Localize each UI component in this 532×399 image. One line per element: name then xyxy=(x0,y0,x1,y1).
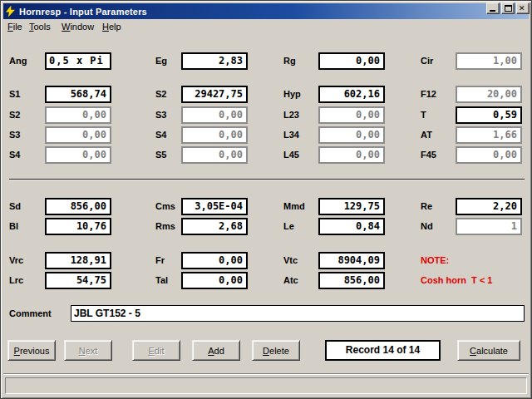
record-indicator: Record 14 of 14 xyxy=(325,340,441,361)
field-l23: 0,00 xyxy=(318,106,385,124)
menu-file[interactable]: File xyxy=(7,22,22,32)
field-s4: 0,00 xyxy=(181,126,248,144)
label-vrc: Vrc xyxy=(9,252,23,269)
field-ang[interactable]: 0,5 x Pi xyxy=(45,52,111,70)
label-ang: Ang xyxy=(9,52,27,70)
window-controls: ✕ xyxy=(486,2,530,14)
note-heading: NOTE: xyxy=(421,252,449,269)
label-bl: Bl xyxy=(9,218,18,235)
window-title: Hornresp - Input Parameters xyxy=(19,7,147,17)
field-fr[interactable]: 0,00 xyxy=(181,252,248,269)
field-eg[interactable]: 2,83 xyxy=(181,52,248,70)
label-t: T xyxy=(421,106,426,124)
comment-label: Comment xyxy=(9,305,52,322)
label-l45: L45 xyxy=(283,146,299,164)
label-s1: S1 xyxy=(9,86,20,103)
field-lrc[interactable]: 54,75 xyxy=(45,272,111,289)
menu-window[interactable]: Window xyxy=(62,22,94,32)
label-fr: Fr xyxy=(155,252,165,269)
lightning-icon xyxy=(6,6,15,17)
add-button[interactable]: Add xyxy=(192,340,240,361)
titlebar: Hornresp - Input Parameters xyxy=(3,3,529,19)
close-icon: ✕ xyxy=(519,4,525,12)
field-tal[interactable]: 0,00 xyxy=(181,272,248,289)
field-nd: 1 xyxy=(456,218,522,235)
label-s2: S2 xyxy=(155,86,166,103)
label-s2b: S2 xyxy=(9,106,20,124)
field-re[interactable]: 2,20 xyxy=(456,198,522,215)
minimize-button[interactable] xyxy=(486,2,500,14)
label-lrc: Lrc xyxy=(9,272,23,289)
label-s3b: S3 xyxy=(9,126,20,144)
field-l34: 0,00 xyxy=(318,126,385,144)
label-hyp: Hyp xyxy=(283,86,301,103)
field-vrc[interactable]: 128,91 xyxy=(45,252,111,269)
menu-help[interactable]: Help xyxy=(102,22,121,32)
field-s5: 0,00 xyxy=(181,146,248,164)
label-s4b: S4 xyxy=(9,146,20,164)
field-atc[interactable]: 856,00 xyxy=(318,272,385,289)
next-button: Next xyxy=(64,340,112,361)
field-s1[interactable]: 568,74 xyxy=(45,86,111,103)
maximize-icon xyxy=(505,5,512,12)
label-mmd: Mmd xyxy=(283,198,305,215)
field-t[interactable]: 0,59 xyxy=(456,106,522,124)
field-cir: 1,00 xyxy=(456,52,522,70)
field-bl[interactable]: 10,76 xyxy=(45,218,111,235)
label-f12: F12 xyxy=(421,86,436,103)
menu-tools[interactable]: Tools xyxy=(29,22,51,32)
delete-button[interactable]: Delete xyxy=(252,340,300,361)
field-s4b: 0,00 xyxy=(45,146,111,164)
status-bar xyxy=(5,377,527,394)
field-s2[interactable]: 29427,75 xyxy=(181,86,248,103)
label-atc: Atc xyxy=(283,272,298,289)
field-hyp[interactable]: 602,16 xyxy=(318,86,385,103)
field-sd[interactable]: 856,00 xyxy=(45,198,111,215)
comment-field[interactable]: JBL GT152 - 5 xyxy=(71,305,525,322)
separator-line xyxy=(9,179,525,180)
statusbar-separator xyxy=(3,373,529,375)
field-s3b: 0,00 xyxy=(45,126,111,144)
edit-button: Edit xyxy=(132,340,180,361)
minimize-icon xyxy=(490,10,495,12)
hornresp-window: Hornresp - Input Parameters ✕ File Tools… xyxy=(0,0,532,399)
field-rms[interactable]: 2,68 xyxy=(181,218,248,235)
field-rg[interactable]: 0,00 xyxy=(318,52,385,70)
label-l34: L34 xyxy=(283,126,299,144)
note-text: Cosh horn T < 1 xyxy=(421,272,492,289)
label-eg: Eg xyxy=(155,52,167,70)
label-re: Re xyxy=(421,198,432,215)
label-s4: S4 xyxy=(155,126,166,144)
previous-button[interactable]: Previous xyxy=(7,340,56,361)
field-s3: 0,00 xyxy=(181,106,248,124)
field-vtc[interactable]: 8904,09 xyxy=(318,252,385,269)
label-cir: Cir xyxy=(421,52,433,70)
label-rg: Rg xyxy=(283,52,296,70)
label-l23: L23 xyxy=(283,106,299,124)
field-f45: 0,00 xyxy=(456,146,522,164)
field-mmd[interactable]: 129,75 xyxy=(318,198,385,215)
label-s3: S3 xyxy=(155,106,166,124)
field-s2b: 0,00 xyxy=(45,106,111,124)
field-l45: 0,00 xyxy=(318,146,385,164)
label-vtc: Vtc xyxy=(283,252,298,269)
field-f12: 20,00 xyxy=(456,86,522,103)
label-nd: Nd xyxy=(421,218,433,235)
label-cms: Cms xyxy=(155,198,175,215)
label-tal: Tal xyxy=(155,272,168,289)
label-f45: F45 xyxy=(421,146,436,164)
label-at: AT xyxy=(421,126,432,144)
close-button[interactable]: ✕ xyxy=(516,2,530,14)
label-rms: Rms xyxy=(155,218,175,235)
field-cms[interactable]: 3,05E-04 xyxy=(181,198,248,215)
label-s5: S5 xyxy=(155,146,166,164)
maximize-button[interactable] xyxy=(501,2,515,14)
label-sd: Sd xyxy=(9,198,21,215)
calculate-button[interactable]: Calculate xyxy=(457,340,520,361)
field-le[interactable]: 0,84 xyxy=(318,218,385,235)
label-le: Le xyxy=(283,218,294,235)
field-at: 1,66 xyxy=(456,126,522,144)
